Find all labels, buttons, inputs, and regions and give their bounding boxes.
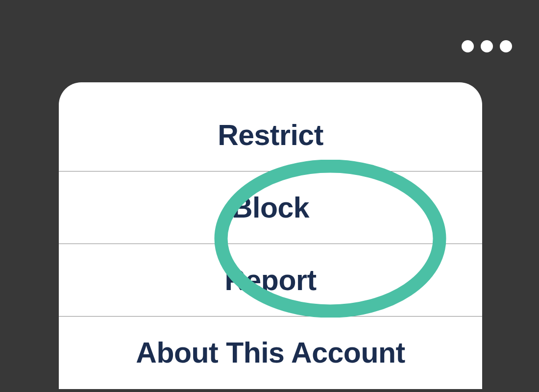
dot-icon bbox=[481, 40, 493, 52]
action-sheet-menu: Restrict Block Report About This Account bbox=[59, 82, 482, 389]
menu-item-block[interactable]: Block bbox=[59, 172, 482, 244]
menu-item-label: Report bbox=[224, 264, 316, 297]
dot-icon bbox=[462, 40, 474, 52]
menu-item-label: Block bbox=[232, 191, 309, 224]
menu-item-restrict[interactable]: Restrict bbox=[59, 82, 482, 172]
menu-item-about-account[interactable]: About This Account bbox=[59, 317, 482, 389]
dot-icon bbox=[500, 40, 512, 52]
menu-item-label: Restrict bbox=[218, 119, 323, 152]
menu-item-report[interactable]: Report bbox=[59, 244, 482, 317]
more-options-icon[interactable] bbox=[462, 40, 512, 52]
menu-item-label: About This Account bbox=[136, 336, 405, 369]
